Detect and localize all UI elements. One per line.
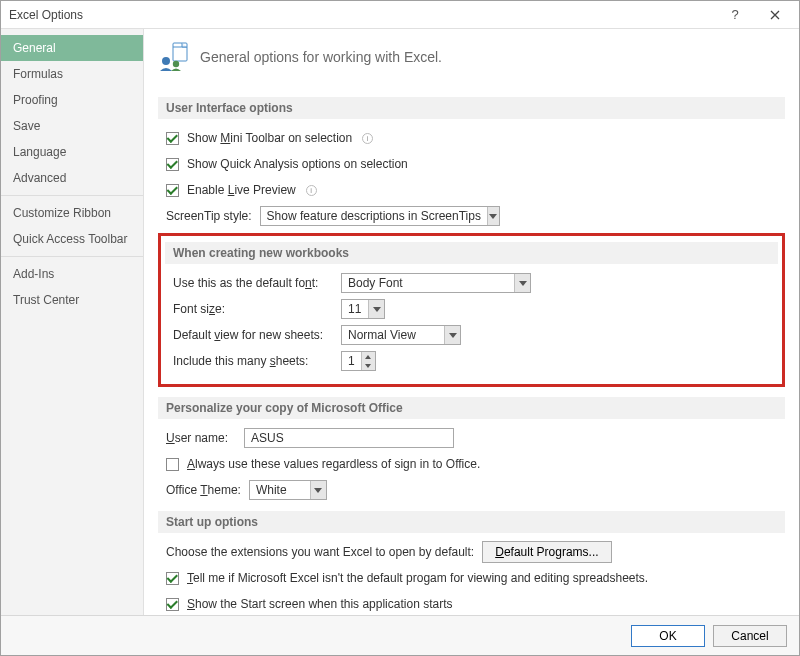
checkbox-show-start-screen[interactable] <box>166 598 179 611</box>
window-title: Excel Options <box>9 8 715 22</box>
nav-item-language[interactable]: Language <box>1 139 143 165</box>
nav-item-general[interactable]: General <box>1 35 143 61</box>
nav-item-trust-center[interactable]: Trust Center <box>1 287 143 313</box>
label-include-sheets: Include this many sheets: <box>173 354 333 368</box>
nav-sidebar: General Formulas Proofing Save Language … <box>1 29 144 615</box>
label-mini-toolbar: Show Mini Toolbar on selection <box>187 131 352 145</box>
label-user-name: User name: <box>166 431 236 445</box>
section-startup: Start up options <box>158 511 785 533</box>
close-button[interactable] <box>755 4 795 26</box>
spinner-include-sheets[interactable]: 1 <box>341 351 376 371</box>
info-icon: i <box>362 133 373 144</box>
titlebar: Excel Options ? <box>1 1 799 29</box>
label-tell-me-default: Tell me if Microsoft Excel isn't the def… <box>187 571 648 585</box>
chevron-down-icon <box>514 274 530 292</box>
hero-text: General options for working with Excel. <box>200 49 442 65</box>
checkbox-mini-toolbar[interactable] <box>166 132 179 145</box>
select-default-font[interactable]: Body Font <box>341 273 531 293</box>
label-font-size: Font size: <box>173 302 333 316</box>
chevron-down-icon <box>310 481 326 499</box>
nav-item-save[interactable]: Save <box>1 113 143 139</box>
select-font-size[interactable]: 11 <box>341 299 385 319</box>
checkbox-tell-me-default[interactable] <box>166 572 179 585</box>
label-choose-extensions: Choose the extensions you want Excel to … <box>166 545 474 559</box>
cancel-button[interactable]: Cancel <box>713 625 787 647</box>
checkbox-live-preview[interactable] <box>166 184 179 197</box>
info-icon: i <box>306 185 317 196</box>
select-office-theme[interactable]: White <box>249 480 327 500</box>
nav-separator <box>1 195 143 196</box>
spinner-down[interactable] <box>362 361 375 370</box>
checkbox-always-use-values[interactable] <box>166 458 179 471</box>
label-default-font: Use this as the default font: <box>173 276 333 290</box>
button-default-programs[interactable]: Default Programs... <box>482 541 611 563</box>
excel-options-dialog: Excel Options ? General Formulas Proofin… <box>0 0 800 656</box>
checkbox-quick-analysis[interactable] <box>166 158 179 171</box>
label-live-preview: Enable Live Preview <box>187 183 296 197</box>
nav-item-formulas[interactable]: Formulas <box>1 61 143 87</box>
ok-button[interactable]: OK <box>631 625 705 647</box>
label-default-view: Default view for new sheets: <box>173 328 333 342</box>
nav-item-advanced[interactable]: Advanced <box>1 165 143 191</box>
nav-item-customize-ribbon[interactable]: Customize Ribbon <box>1 200 143 226</box>
label-quick-analysis: Show Quick Analysis options on selection <box>187 157 408 171</box>
general-options-icon <box>158 41 190 73</box>
hero: General options for working with Excel. <box>158 37 785 87</box>
section-ui-options: User Interface options <box>158 97 785 119</box>
chevron-down-icon <box>368 300 384 318</box>
label-show-start-screen: Show the Start screen when this applicat… <box>187 597 452 611</box>
input-user-name[interactable]: ASUS <box>244 428 454 448</box>
nav-item-add-ins[interactable]: Add-Ins <box>1 261 143 287</box>
label-always-use-values: Always use these values regardless of si… <box>187 457 480 471</box>
help-button[interactable]: ? <box>715 4 755 26</box>
nav-separator <box>1 256 143 257</box>
select-default-view[interactable]: Normal View <box>341 325 461 345</box>
nav-item-quick-access-toolbar[interactable]: Quick Access Toolbar <box>1 226 143 252</box>
close-icon <box>770 10 780 20</box>
spinner-up[interactable] <box>362 352 375 361</box>
svg-point-2 <box>173 61 179 67</box>
svg-point-1 <box>162 57 170 65</box>
select-screentip-style[interactable]: Show feature descriptions in ScreenTips <box>260 206 500 226</box>
chevron-down-icon <box>487 207 499 225</box>
content-pane: General options for working with Excel. … <box>144 29 799 615</box>
chevron-down-icon <box>444 326 460 344</box>
label-office-theme: Office Theme: <box>166 483 241 497</box>
dialog-footer: OK Cancel <box>1 615 799 655</box>
nav-item-proofing[interactable]: Proofing <box>1 87 143 113</box>
section-new-workbooks: When creating new workbooks <box>165 242 778 264</box>
section-personalize: Personalize your copy of Microsoft Offic… <box>158 397 785 419</box>
label-screentip-style: ScreenTip style: <box>166 209 252 223</box>
highlight-box-new-workbooks: When creating new workbooks Use this as … <box>158 233 785 387</box>
